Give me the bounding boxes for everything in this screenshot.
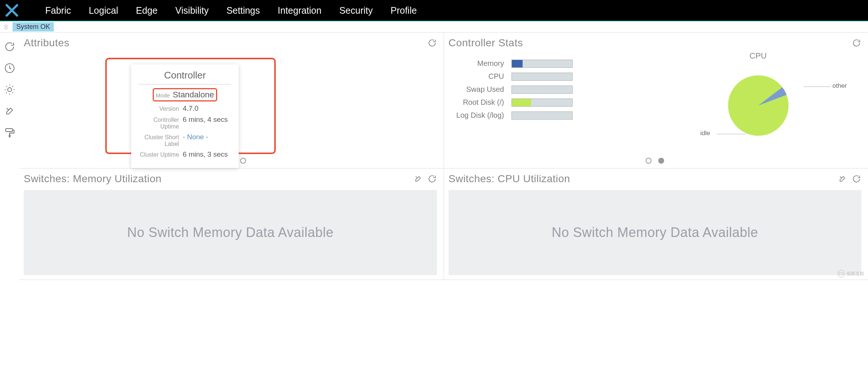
nav-item-logical[interactable]: Logical xyxy=(89,5,118,16)
refresh-icon[interactable] xyxy=(427,38,437,48)
nav-item-security[interactable]: Security xyxy=(339,5,372,16)
nav-item-profile[interactable]: Profile xyxy=(391,5,417,16)
cpu-pie-chart: CPU idle other xyxy=(655,49,861,156)
nav-item-settings[interactable]: Settings xyxy=(226,5,260,16)
bar-label: Memory xyxy=(448,59,504,68)
panel-switches-memory: Switches: Memory Utilization No Switch M… xyxy=(19,168,444,280)
no-data-text: No Switch Memory Data Available xyxy=(127,225,334,240)
carousel-dot[interactable] xyxy=(658,158,664,164)
nav-item-visibility[interactable]: Visibility xyxy=(175,5,209,16)
attr-value: 6 mins, 4 secs xyxy=(183,116,231,124)
switch-body: No Switch Memory Data Available xyxy=(24,190,437,275)
nav-item-fabric[interactable]: Fabric xyxy=(45,5,71,16)
system-icon xyxy=(1,23,10,31)
carousel-dots xyxy=(448,158,861,164)
attr-key: Cluster Short Label xyxy=(139,134,179,147)
mode-label: Mode xyxy=(156,92,170,98)
bar xyxy=(511,98,573,107)
bar-row-cpu: CPU xyxy=(448,72,655,81)
attr-key: Controller Uptime xyxy=(139,117,179,130)
app-logo[interactable] xyxy=(4,3,19,18)
panel-title: Switches: Memory Utilization xyxy=(24,173,413,185)
panel-switches-cpu: Switches: CPU Utilization No Switch Memo… xyxy=(444,168,868,280)
bar-fill xyxy=(512,60,523,67)
panel-title: Controller Stats xyxy=(448,37,852,49)
attr-value: 6 mins, 3 secs xyxy=(183,150,231,158)
pie-label-idle: idle xyxy=(700,130,710,137)
svg-rect-2 xyxy=(6,128,13,131)
bar-row-swap: Swap Used xyxy=(448,85,655,94)
nav-item-edge[interactable]: Edge xyxy=(136,5,158,16)
bar-row-memory: Memory xyxy=(448,59,655,68)
tools-icon[interactable] xyxy=(413,174,423,184)
panel-attributes: Attributes Controller Mode Standalone Ve… xyxy=(19,33,444,168)
attr-row: Controller Uptime6 mins, 4 secs xyxy=(139,116,231,130)
refresh-icon[interactable] xyxy=(852,38,861,48)
switch-body: No Switch Memory Data Available xyxy=(448,190,861,275)
mode-value: Standalone xyxy=(173,90,214,100)
bar-row-rootdisk: Root Disk (/) xyxy=(448,98,655,107)
watermark-icon: CX xyxy=(838,270,845,277)
pie-label-other: other xyxy=(832,82,847,90)
cluster-label-link[interactable]: - None - xyxy=(183,133,231,141)
controller-card: Controller Mode Standalone Version4.7.0 … xyxy=(131,64,239,168)
tools-icon[interactable] xyxy=(3,104,16,118)
tools-icon[interactable] xyxy=(838,174,847,184)
svg-point-1 xyxy=(8,88,12,92)
top-nav: Fabric Logical Edge Visibility Settings … xyxy=(0,0,868,21)
stat-bars: Memory CPU Swap Used Root Disk (/) Log D… xyxy=(448,49,655,156)
panel-controller-stats: Controller Stats Memory CPU Swap Used Ro… xyxy=(444,33,868,168)
bar-label: CPU xyxy=(448,72,504,81)
bar xyxy=(511,73,573,81)
card-title: Controller xyxy=(139,70,231,84)
bar xyxy=(511,86,573,94)
paint-roller-icon[interactable] xyxy=(3,126,16,139)
panel-title: Attributes xyxy=(24,37,427,49)
refresh-icon[interactable] xyxy=(3,40,16,53)
attr-value: 4.7.0 xyxy=(183,104,231,113)
attr-row: Cluster Short Label- None - xyxy=(139,133,231,147)
status-badge[interactable]: System OK xyxy=(13,22,54,31)
watermark-text: 创新互联 xyxy=(847,271,864,277)
carousel-dot[interactable] xyxy=(240,158,246,164)
attr-key: Cluster Uptime xyxy=(139,151,179,158)
refresh-icon[interactable] xyxy=(427,174,437,184)
watermark: CX 创新互联 xyxy=(838,270,864,277)
side-icon-strip xyxy=(0,33,19,280)
no-data-text: No Switch Memory Data Available xyxy=(551,225,758,240)
bar-label: Root Disk (/) xyxy=(448,98,504,107)
mode-highlight: Mode Standalone xyxy=(153,88,218,101)
bar-fill xyxy=(512,99,531,106)
attr-row: Cluster Uptime6 mins, 3 secs xyxy=(139,150,231,158)
bar-label: Swap Used xyxy=(448,85,504,94)
bar-row-logdisk: Log Disk (/log) xyxy=(448,111,655,120)
attr-row: Version4.7.0 xyxy=(139,104,231,113)
bar xyxy=(511,111,573,120)
nav-item-integration[interactable]: Integration xyxy=(278,5,321,16)
attr-key: Version xyxy=(139,106,179,112)
carousel-dot[interactable] xyxy=(646,158,652,164)
panel-title: Switches: CPU Utilization xyxy=(448,173,838,185)
bar-label: Log Disk (/log) xyxy=(448,111,504,120)
clock-icon[interactable] xyxy=(3,61,16,75)
bar xyxy=(511,60,573,68)
sun-icon[interactable] xyxy=(3,83,16,96)
refresh-icon[interactable] xyxy=(852,174,861,184)
status-bar: System OK xyxy=(0,21,868,33)
nav-items: Fabric Logical Edge Visibility Settings … xyxy=(45,5,417,16)
